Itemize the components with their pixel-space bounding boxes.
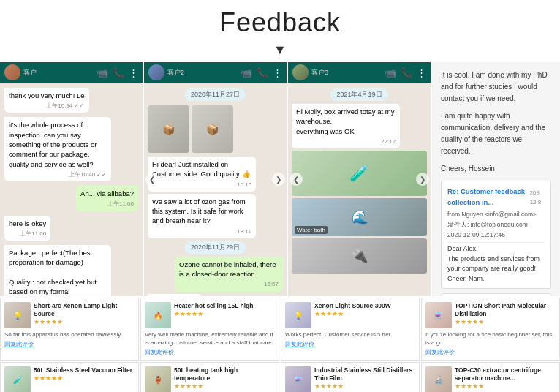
chat1-name: 客户 bbox=[23, 68, 94, 78]
review-info: TOP-C30 extractor centrifuge separator m… bbox=[455, 366, 556, 390]
email-block1-from: from Nguyen <info@gmail.com> 发件人: info@t… bbox=[447, 210, 545, 243]
product-images-col: 🧪 🌊 Water bath 🔌 bbox=[292, 151, 427, 274]
review-info: Heater hot selling 15L high ★★★★★ bbox=[174, 302, 253, 317]
email-panel: It is cool. I am done with my PhD and fo… bbox=[432, 62, 560, 296]
nav-right-button-3[interactable]: ❯ bbox=[416, 173, 429, 186]
email-block1-header-row: Re: Customer feedback collection in... 2… bbox=[447, 186, 545, 210]
product-image: 📦 bbox=[148, 105, 189, 153]
review-card: 🔬 TOP-C30 extractor centrifuge separator… bbox=[421, 362, 560, 392]
msg: Ozone cannot be inhaled, there is a clos… bbox=[175, 257, 283, 292]
chat3-name: 客户3 bbox=[311, 68, 382, 78]
msg: Hi Molly, box arrived totay at my wareho… bbox=[292, 104, 400, 148]
msg: it's the whole process of inspection. ca… bbox=[4, 117, 111, 181]
feedback-grid: 客户 📹 📞 ⋮ thank you very much! Le 上午10:34… bbox=[0, 62, 560, 296]
stars: ★★★★★ bbox=[34, 374, 132, 382]
review-title: TOP-C30 extractor centrifuge separator m… bbox=[455, 366, 556, 382]
review-card-header: 🏺 50L heating tank high temperature ★★★★… bbox=[145, 366, 275, 392]
review-text: If you're looking for a 5ce basic beginn… bbox=[425, 331, 556, 347]
phone-icon: 📞 bbox=[257, 67, 268, 78]
review-info: TOPTION Short Path Molecular Distillatio… bbox=[455, 302, 556, 325]
chat3-icons: 📹 📞 ⋮ bbox=[385, 67, 426, 78]
review-card: 🏺 50L heating tank high temperature ★★★★… bbox=[140, 362, 279, 392]
stars: ★★★★★ bbox=[455, 382, 556, 390]
review-link[interactable]: 回复此评价 bbox=[145, 348, 275, 356]
msg: Ah... via alibaba? 上午11:00 bbox=[76, 186, 138, 211]
review-info: 50L heating tank high temperature ★★★★★ bbox=[174, 366, 275, 390]
nav-left-button[interactable]: ❮ bbox=[145, 173, 159, 186]
chat3-header: 客户3 📹 📞 ⋮ bbox=[288, 62, 431, 83]
chat2-header: 客户2 📹 📞 ⋮ bbox=[144, 62, 287, 83]
phone-icon: 📞 bbox=[401, 67, 412, 78]
product-image: 🌊 Water bath bbox=[292, 198, 427, 236]
review-info: 50L Stainless Steel Vacuum Filter ★★★★★ bbox=[34, 366, 132, 382]
email-block-1: Re: Customer feedback collection in... 2… bbox=[441, 181, 551, 289]
review-title: TOPTION Short Path Molecular Distillatio… bbox=[455, 302, 556, 318]
chat2-icons: 📹 📞 ⋮ bbox=[241, 67, 282, 78]
review-card: 💡 Xenon Light Source 300W ★★★★★ Works pe… bbox=[281, 298, 420, 361]
review-link[interactable]: 回复此评价 bbox=[285, 340, 415, 348]
more-icon: ⋮ bbox=[417, 67, 426, 78]
review-card: 🧪 50L Stainless Steel Vacuum Filter ★★★★… bbox=[0, 362, 139, 392]
date-bubble: 2021年4月19日 bbox=[330, 88, 387, 101]
video-icon: 📹 bbox=[241, 67, 252, 78]
product-image: 🧪 bbox=[292, 151, 427, 196]
email-block1-title: Re: Customer feedback collection in... bbox=[447, 186, 530, 208]
review-card-header: 🔬 TOP-C30 extractor centrifuge separator… bbox=[425, 366, 556, 392]
review-card-header: ⚗️ TOPTION Short Path Molecular Distilla… bbox=[425, 302, 556, 328]
title-arrow: ▼ bbox=[0, 42, 560, 58]
review-link[interactable]: 回复此评价 bbox=[425, 348, 556, 356]
review-title: Industrial Stainless Still Distillers Th… bbox=[314, 366, 415, 382]
email-intro1: It is cool. I am done with my PhD and fo… bbox=[441, 69, 551, 105]
product-thumb: ⚗️ bbox=[285, 366, 311, 392]
stars: ★★★★★ bbox=[174, 382, 275, 390]
review-link[interactable]: 回复此评价 bbox=[4, 340, 135, 348]
review-title: Short-arc Xenon Lamp Light Source bbox=[34, 302, 135, 318]
review-card-header: 💡 Xenon Light Source 300W ★★★★★ bbox=[285, 302, 415, 328]
review-info: Xenon Light Source 300W ★★★★★ bbox=[314, 302, 391, 317]
review-card: ⚗️ TOPTION Short Path Molecular Distilla… bbox=[421, 298, 560, 361]
review-title: 50L Stainless Steel Vacuum Filter bbox=[34, 366, 132, 374]
msg: thank you very much! Le 上午10:34 ✓✓ bbox=[4, 88, 89, 113]
stars: ★★★★★ bbox=[34, 318, 135, 325]
msg: We saw a lot of ozon gas from this syste… bbox=[148, 194, 256, 238]
email-intro2: I am quite happy with communication, del… bbox=[441, 110, 551, 157]
product-thumb: 🔬 bbox=[425, 366, 452, 392]
product-thumb: ⚗️ bbox=[425, 302, 452, 328]
nav-right-button[interactable]: ❯ bbox=[272, 173, 285, 186]
product-thumb: 💡 bbox=[4, 302, 31, 328]
review-title: Heater hot selling 15L high bbox=[174, 302, 253, 310]
review-card: ⚗️ Industrial Stainless Still Distillers… bbox=[281, 362, 420, 392]
review-title: Xenon Light Source 300W bbox=[314, 302, 391, 310]
chat1-body: thank you very much! Le 上午10:34 ✓✓ it's … bbox=[0, 83, 143, 296]
email-intro3: Cheers, Hossein bbox=[441, 163, 551, 175]
avatar bbox=[292, 64, 309, 80]
avatar bbox=[148, 64, 164, 80]
msg: here is okey 上午11:00 bbox=[4, 216, 50, 241]
avatar bbox=[4, 64, 20, 80]
chat3-body: 2021年4月19日 Hi Molly, box arrived totay a… bbox=[288, 83, 431, 296]
review-title: 50L heating tank high temperature bbox=[174, 366, 275, 382]
more-icon: ⋮ bbox=[129, 67, 138, 78]
msg: Ok 16:15 bbox=[148, 294, 202, 296]
msg: Package : perfect(The best preparation f… bbox=[4, 245, 111, 296]
review-info: Industrial Stainless Still Distillers Th… bbox=[314, 366, 415, 390]
stars: ★★★★★ bbox=[174, 310, 253, 317]
review-section: 💡 Short-arc Xenon Lamp Light Source ★★★★… bbox=[0, 298, 560, 392]
review-card-header: ⚗️ Industrial Stainless Still Distillers… bbox=[285, 366, 415, 392]
chat-panel-2: 客户2 📹 📞 ⋮ 2020年11月27日 📦 📦 Hi dear! Just … bbox=[144, 62, 287, 296]
date-bubble: 2020年11月29日 bbox=[185, 241, 246, 254]
stars: ★★★★★ bbox=[455, 318, 556, 325]
product-thumb: 🧪 bbox=[4, 366, 31, 392]
review-card-header: 🧪 50L Stainless Steel Vacuum Filter ★★★★… bbox=[4, 366, 135, 392]
email-block1-body: Dear Alex, The products and services fro… bbox=[447, 244, 545, 284]
review-info: Short-arc Xenon Lamp Light Source ★★★★★ bbox=[34, 302, 135, 325]
review-card: 🔥 Heater hot selling 15L high ★★★★★ Very… bbox=[140, 298, 279, 361]
page-title: Feedback bbox=[0, 0, 560, 42]
nav-left-button-3[interactable]: ❮ bbox=[290, 173, 303, 186]
review-card-header: 🔥 Heater hot selling 15L high ★★★★★ bbox=[145, 302, 275, 328]
review-grid: 💡 Short-arc Xenon Lamp Light Source ★★★★… bbox=[0, 298, 560, 392]
product-images-row: 📦 📦 bbox=[148, 104, 283, 154]
product-image: 🔌 bbox=[292, 238, 427, 274]
video-icon: 📹 bbox=[97, 67, 108, 78]
date-bubble: 2020年11月27日 bbox=[185, 88, 246, 101]
